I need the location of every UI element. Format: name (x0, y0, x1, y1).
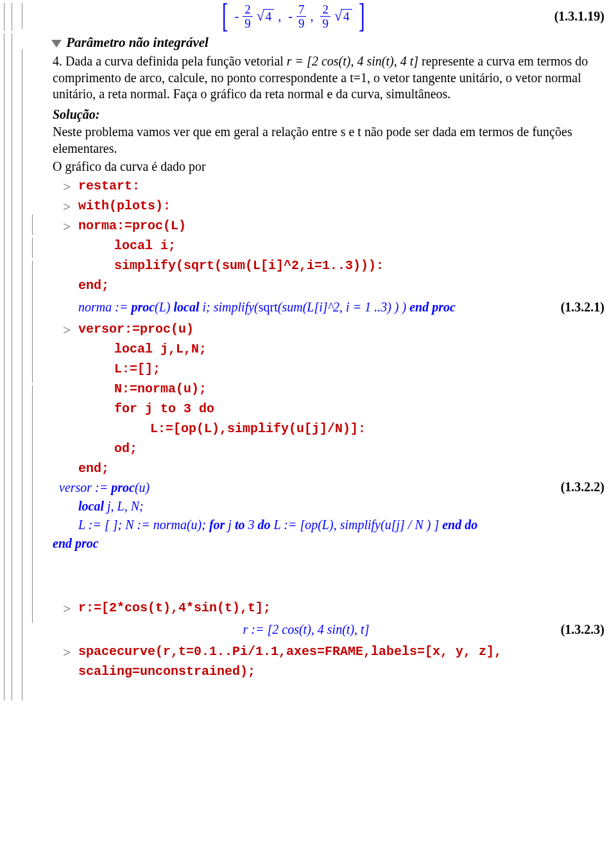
cmd-versor-proc[interactable]: versor:=proc(u) local j,L,N; L:=[]; N:=n… (59, 319, 608, 478)
output-r: r := [2 cos(t), 4 sin(t), t] (78, 620, 534, 639)
cmd-norma-proc[interactable]: norma:=proc(L) local i; simplify(sqrt(su… (59, 216, 608, 295)
equation-label-1-3-2-2: (1.3.2.2) (534, 478, 608, 494)
term3-frac: 2 9 (320, 3, 330, 30)
problem-text: 4. Dada a curva definida pela função vet… (53, 53, 608, 103)
cmd-with-plots[interactable]: with(plots): (59, 196, 608, 216)
solution-heading: Solução: (53, 107, 608, 123)
cmd-r-define[interactable]: r:=[2*cos(t),4*sin(t),t]; (59, 598, 608, 618)
term1-frac: 2 9 (243, 3, 253, 30)
solution-text-2: O gráfico da curva é dado por (53, 159, 608, 175)
collapse-triangle-icon[interactable] (51, 40, 62, 48)
cmd-restart[interactable]: restart: (59, 176, 608, 196)
solution-text-1: Neste problema vamos ver que em geral a … (53, 124, 608, 157)
output-vector-1-3-1-19: [ - 2 9 √4 , - 7 9 , 2 9 (53, 3, 608, 30)
output-versor: versor := proc(u) local j, L, N; L := [ … (59, 478, 477, 553)
term2-frac: 7 9 (296, 3, 307, 30)
term3-sqrt: √4 (334, 8, 352, 24)
term2-minus: - (288, 9, 293, 24)
term1-minus: - (235, 9, 239, 24)
equation-label-1-3-1-19: (1.3.1.19) (534, 9, 608, 24)
right-bracket-icon: ] (358, 3, 364, 30)
term1-sqrt: √4 (257, 8, 275, 24)
cmd-spacecurve[interactable]: spacecurve(r,t=0.1..Pi/1.1,axes=FRAME,la… (59, 642, 608, 681)
equation-label-1-3-2-3: (1.3.2.3) (534, 622, 608, 637)
left-bracket-icon: [ (222, 3, 228, 30)
equation-label-1-3-2-1: (1.3.2.1) (534, 300, 608, 315)
output-norma: norma := proc(L) local i; simplify(sqrt(… (78, 298, 534, 317)
section-title: Parâmetro não integrável (66, 35, 209, 50)
